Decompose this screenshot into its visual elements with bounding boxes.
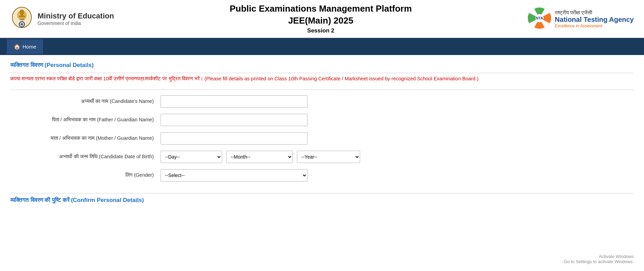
father-name-input[interactable] <box>161 114 307 126</box>
confirm-heading-hindi: व्यक्तिगत विवरण की पुष्टि करें <box>10 197 69 203</box>
moe-subtitle: Government of India <box>38 21 114 26</box>
personal-details-heading-english: (Personal Details) <box>44 62 94 68</box>
father-name-label-hindi: पिता / अभिभावक का नाम <box>52 117 97 122</box>
personal-details-form: अभ्यर्थी का नाम (Candidate's Name) पिता … <box>10 92 634 191</box>
gender-label-hindi: लिंग <box>125 172 134 178</box>
mother-name-label: माता / अभिभावक का नाम (Mother / Guardian… <box>17 135 161 141</box>
confirm-personal-details-heading: व्यक्तिगत विवरण की पुष्टि करें (Confirm … <box>10 197 634 204</box>
gender-label: लिंग (Gender) <box>17 172 161 178</box>
candidate-name-label-english: (Candidate's Name) <box>110 98 154 104</box>
home-nav-label: Home <box>23 44 36 50</box>
dob-row: अभ्यर्थी की जन्म तिथि (Candidate Date of… <box>10 151 634 163</box>
header-center: Public Examinations Management Platform … <box>114 3 527 34</box>
exam-title: JEE(Main) 2025 <box>114 15 527 26</box>
mother-name-input[interactable] <box>161 132 307 145</box>
dob-selects-group: --Day-- 123 456 789 101112 131415 161718… <box>161 151 360 163</box>
moe-title: Ministry of Education <box>38 12 114 21</box>
svg-text:जयते: जयते <box>19 18 25 21</box>
nta-hindi-name: राष्ट्रीय परीक्षा एजेंसी <box>555 10 634 16</box>
personal-details-heading-hindi: व्यक्तिगत विवरण <box>10 62 43 68</box>
dob-day-select[interactable]: --Day-- 123 456 789 101112 131415 161718… <box>161 151 222 163</box>
dob-year-select[interactable]: --Year-- 20072006 20052004 20032002 2001… <box>297 151 360 163</box>
father-name-label-english: (Father / Guardian Name) <box>97 117 154 122</box>
header-right: NTA राष्ट्रीय परीक्षा एजेंसी National Te… <box>527 6 634 31</box>
candidate-name-row: अभ्यर्थी का नाम (Candidate's Name) <box>10 95 634 108</box>
father-name-row: पिता / अभिभावक का नाम (Father / Guardian… <box>10 114 634 126</box>
candidate-name-label: अभ्यर्थी का नाम (Candidate's Name) <box>17 98 161 104</box>
dob-label-english: (Candidate Date of Birth) <box>99 154 154 159</box>
candidate-name-label-hindi: अभ्यर्थी का नाम <box>81 98 110 104</box>
dob-label-hindi: अभ्यर्थी की जन्म तिथि <box>59 154 99 159</box>
section-divider-bottom <box>10 193 634 193</box>
nta-english-name: National Testing Agency <box>555 16 634 24</box>
mother-name-row: माता / अभिभावक का नाम (Mother / Guardian… <box>10 132 634 145</box>
home-nav-item[interactable]: 🏠 Home <box>7 39 43 54</box>
gender-row: लिंग (Gender) --Select-- Male Female Tra… <box>10 169 634 181</box>
dob-month-select[interactable]: --Month-- JanuaryFebruary MarchApril May… <box>226 151 293 163</box>
mother-name-label-english: (Mother / Guardian Name) <box>96 135 154 141</box>
section-divider-top <box>10 73 634 73</box>
gender-label-english: (Gender) <box>134 172 154 178</box>
header: 🇮🇳 सत्यमेव जयते Ministry of Education Go… <box>0 0 644 38</box>
personal-details-heading: व्यक्तिगत विवरण (Personal Details) <box>10 62 634 69</box>
platform-title: Public Examinations Management Platform <box>114 3 527 14</box>
confirm-heading-english: (Confirm Personal Details) <box>71 197 144 203</box>
warning-text: कपया मान्यता प्राप्त स्कल परीक्षा बोर्ड … <box>10 75 634 83</box>
moe-text-block: Ministry of Education Government of Indi… <box>38 12 114 26</box>
svg-rect-6 <box>20 13 23 17</box>
section-divider-mid <box>10 90 634 90</box>
gender-select[interactable]: --Select-- Male Female Transgender <box>161 169 307 181</box>
home-icon: 🏠 <box>14 43 20 50</box>
main-content: व्यक्तिगत विवरण (Personal Details) कपया … <box>0 55 644 211</box>
nta-text-block: राष्ट्रीय परीक्षा एजेंसी National Testin… <box>555 10 634 28</box>
session-label: Session 2 <box>114 27 527 34</box>
navbar: 🏠 Home <box>0 38 644 55</box>
candidate-name-input[interactable] <box>161 95 307 108</box>
dob-label: अभ्यर्थी की जन्म तिथि (Candidate Date of… <box>17 154 161 160</box>
moe-emblem: 🇮🇳 सत्यमेव जयते <box>10 4 33 33</box>
nta-emblem: NTA <box>527 6 551 31</box>
mother-name-label-hindi: माता / अभिभावक का नाम <box>51 135 96 141</box>
nta-tagline: Excellence in Assessment <box>555 24 634 28</box>
header-left: 🇮🇳 सत्यमेव जयते Ministry of Education Go… <box>10 4 114 33</box>
svg-text:NTA: NTA <box>536 16 543 20</box>
father-name-label: पिता / अभिभावक का नाम (Father / Guardian… <box>17 117 161 123</box>
